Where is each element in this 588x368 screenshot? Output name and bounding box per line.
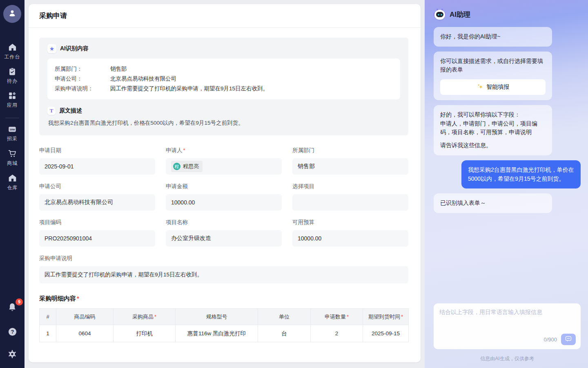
- field-label: 采购申请说明：: [55, 84, 110, 94]
- col-index: #: [40, 309, 56, 325]
- budget-input[interactable]: 10000.00: [292, 230, 408, 247]
- recognized-field-row: 申请公司： 北京易点易动科技有限公司: [55, 74, 393, 84]
- text-icon: T: [47, 107, 56, 115]
- field-apply-date: 申请日期 2025-09-01: [39, 147, 155, 175]
- sidebar-item-label: 待办: [7, 78, 18, 85]
- table-header-row: # 商品编码 采购商品* 规格型号 单位 申请数量* 期望到货时间*: [40, 309, 409, 325]
- sidebar-item-warehouse[interactable]: 仓库: [7, 173, 18, 191]
- col-product: 采购商品*: [114, 309, 176, 325]
- main-content: 采购申请 ★ AI识别内容 所属部门： 销售部 申请公司： 北京易点易动科技有限…: [24, 0, 425, 368]
- user-message: 我想采购2台惠普黑白激光打印机，单价在5000以内，希望在9月15号之前到货。: [461, 160, 581, 188]
- sidebar-item-label: 商城: [7, 160, 18, 167]
- original-text-header: T 原文描述: [47, 107, 400, 115]
- user-avatar[interactable]: [3, 5, 21, 23]
- todo-icon: [8, 67, 17, 76]
- home-icon: [8, 43, 17, 52]
- purchase-request-card: 采购申请 ★ AI识别内容 所属部门： 销售部 申请公司： 北京易点易动科技有限…: [29, 4, 421, 362]
- notification-badge: 9: [16, 298, 23, 305]
- svg-text:SRM: SRM: [10, 128, 15, 131]
- field-value: 北京易点易动科技有限公司: [110, 74, 176, 84]
- notifications-button[interactable]: 9: [7, 302, 18, 314]
- sidebar-item-mall[interactable]: 商城: [7, 149, 18, 167]
- ai-message: 已识别填入表单～: [434, 193, 552, 213]
- sidebar-item-apps[interactable]: 应用: [7, 91, 18, 109]
- apply-date-input[interactable]: 2025-09-01: [39, 158, 155, 175]
- chat-messages: 你好，我是你的AI助理~ 你可以直接描述需求，或自行选择需要填报的表单 智能填报…: [434, 27, 581, 213]
- card-body: ★ AI识别内容 所属部门： 销售部 申请公司： 北京易点易动科技有限公司 采购…: [29, 28, 421, 353]
- department-input[interactable]: 销售部: [292, 158, 408, 175]
- company-input[interactable]: 北京易点易动科技有限公司: [39, 194, 155, 211]
- field-project-name: 项目名称 办公室升级改造: [166, 219, 282, 247]
- chat-input-placeholder: 结合以上字段，用日常语言输入填报信息: [439, 309, 575, 316]
- sidebar-item-todo[interactable]: 待办: [7, 67, 18, 85]
- settings-button[interactable]: [7, 349, 17, 361]
- col-product-code: 商品编码: [56, 309, 114, 325]
- apps-icon: [8, 91, 17, 100]
- field-budget: 可用预算 10000.00: [292, 219, 408, 247]
- robot-icon: [434, 8, 446, 20]
- cell-product-code[interactable]: 0604: [56, 325, 114, 342]
- smart-fill-button[interactable]: 智能填报: [440, 79, 546, 95]
- sparkles-icon: [477, 83, 484, 92]
- ai-message: 你可以直接描述需求，或自行选择需要填报的表单 智能填报: [434, 52, 552, 100]
- bell-icon: [7, 307, 18, 314]
- sidebar-item-label: 工作台: [4, 54, 20, 61]
- field-description: 采购申请说明 因工作需要提交了打印机的采购申请，期望在9月15日左右收到。: [39, 255, 408, 283]
- project-select-input[interactable]: [292, 194, 408, 211]
- field-label: 所属部门: [292, 147, 408, 154]
- field-label: 可用预算: [292, 219, 408, 226]
- ai-assistant-panel: AI助理 你好，我是你的AI助理~ 你可以直接描述需求，或自行选择需要填报的表单…: [425, 0, 588, 368]
- detail-table: # 商品编码 采购商品* 规格型号 单位 申请数量* 期望到货时间* 1 060…: [39, 308, 409, 342]
- cell-spec[interactable]: 惠普116w 黑白激光打印: [176, 325, 258, 342]
- field-value: 销售部: [110, 64, 127, 74]
- person-icon: [7, 8, 17, 20]
- col-expected-date: 期望到货时间*: [363, 309, 409, 325]
- field-project-select: 选择项目: [292, 183, 408, 211]
- detail-table-title: 采购明细内容*: [39, 295, 408, 303]
- field-amount: 申请金额 10000.00: [166, 183, 282, 211]
- page-title: 采购申请: [39, 11, 67, 20]
- description-input[interactable]: 因工作需要提交了打印机的采购申请，期望在9月15日左右收到。: [39, 266, 408, 283]
- project-name-input[interactable]: 办公室升级改造: [166, 230, 282, 247]
- field-label: 项目名称: [166, 219, 282, 226]
- ai-recognized-title: AI识别内容: [60, 45, 89, 52]
- field-value: 因工作需要提交了打印机的采购申请，期望在9月15日左右收到。: [110, 84, 268, 94]
- gear-icon: [7, 353, 17, 360]
- cell-expected-date[interactable]: 2025-09-15: [363, 325, 409, 342]
- ai-message: 好的，我可以帮你填以下字段： 申请人，申请部门，申请公司，项目编码，项目名称，可…: [434, 105, 552, 155]
- cell-quantity[interactable]: 2: [311, 325, 363, 342]
- sidebar-divider: [5, 118, 19, 118]
- ai-message: 你好，我是你的AI助理~: [434, 27, 552, 47]
- applicant-avatar: 程: [173, 163, 180, 170]
- chat-input[interactable]: 结合以上字段，用日常语言输入填报信息 0/900: [434, 303, 581, 349]
- applicant-chip: 程 程思亮: [171, 161, 203, 172]
- field-label: 所属部门：: [55, 64, 110, 74]
- sidebar-item-workbench[interactable]: 工作台: [4, 43, 20, 61]
- cell-product[interactable]: 打印机: [114, 325, 176, 342]
- ai-recognized-panel: ★ AI识别内容 所属部门： 销售部 申请公司： 北京易点易动科技有限公司 采购…: [39, 38, 408, 135]
- sidebar-item-sourcing[interactable]: SRM 招采: [7, 125, 18, 142]
- card-header: 采购申请: [29, 4, 421, 28]
- sidebar: 工作台 待办 应用 SRM 招采 商城 仓库 9: [0, 0, 24, 368]
- original-text-title: 原文描述: [59, 107, 82, 114]
- field-project-code: 项目编码 PRO20250901004: [39, 219, 155, 247]
- field-department: 所属部门 销售部: [292, 147, 408, 175]
- col-unit: 单位: [258, 309, 311, 325]
- recognized-field-row: 采购申请说明： 因工作需要提交了打印机的采购申请，期望在9月15日左右收到。: [55, 84, 393, 94]
- field-label: 采购申请说明: [39, 255, 408, 262]
- field-applicant: 申请人* 程 程思亮: [166, 147, 282, 175]
- send-button[interactable]: [561, 334, 576, 345]
- star-icon: ★: [47, 44, 56, 53]
- project-code-input[interactable]: PRO20250901004: [39, 230, 155, 247]
- help-button[interactable]: ?: [7, 327, 18, 339]
- ai-recognized-header: ★ AI识别内容: [47, 44, 400, 53]
- assistant-header: AI助理: [434, 8, 581, 20]
- applicant-input[interactable]: 程 程思亮: [166, 158, 282, 175]
- sidebar-item-label: 招采: [7, 135, 18, 142]
- ai-recognized-fields: 所属部门： 销售部 申请公司： 北京易点易动科技有限公司 采购申请说明： 因工作…: [47, 58, 400, 99]
- col-spec: 规格型号: [176, 309, 258, 325]
- cell-unit[interactable]: 台: [258, 325, 311, 342]
- field-label: 申请公司: [39, 183, 155, 190]
- amount-input[interactable]: 10000.00: [166, 194, 282, 211]
- srm-icon: SRM: [7, 125, 17, 134]
